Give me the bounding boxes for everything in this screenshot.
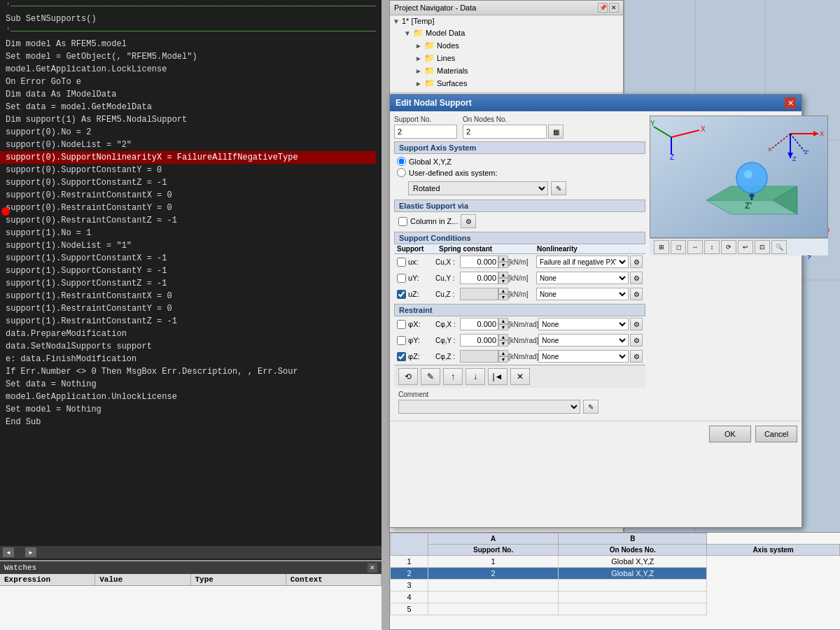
ux-spring-input[interactable] xyxy=(460,255,498,268)
code-line: support(0).SupportConstantY = 0 xyxy=(0,164,376,176)
table-row[interactable]: 4 xyxy=(391,592,840,603)
axis-rotated-dropdown[interactable]: Rotated xyxy=(408,181,548,195)
scroll-left-btn[interactable]: ◄ xyxy=(3,547,14,557)
comment-label: Comment xyxy=(398,391,641,398)
toolbar-edit-btn[interactable]: ✎ xyxy=(421,368,440,385)
watches-close-btn[interactable]: ✕ xyxy=(368,563,377,573)
comment-edit-btn[interactable]: ✎ xyxy=(583,400,598,414)
toolbar-reset-btn[interactable]: ⟲ xyxy=(398,368,418,385)
uy-checkbox[interactable] xyxy=(397,274,406,283)
ux-spinner[interactable]: ▲ ▼ xyxy=(498,255,508,268)
phix-spinner[interactable]: ▲ ▼ xyxy=(498,318,508,330)
ux-spring-label: Cu,X : xyxy=(435,258,460,266)
uz-spinner[interactable]: ▲ ▼ xyxy=(498,288,508,300)
scroll-right-btn[interactable]: ► xyxy=(25,547,36,557)
comment-section: Comment ✎ xyxy=(394,388,645,416)
code-line: support(0).No = 2 xyxy=(0,126,376,139)
vp-btn-2[interactable]: ◻ xyxy=(671,240,686,254)
uz-nonlin-btn[interactable]: ⚙ xyxy=(630,288,643,300)
viewport-toolbar: ⊞ ◻ ↔ ↕ ⟳ ↩ ⊡ 🔍 xyxy=(650,238,828,255)
support-axis-group: Global X,Y,Z User-defined axis system: xyxy=(394,154,645,180)
uz-spring-label: Cu,Z : xyxy=(435,290,460,298)
table-cell: 2 xyxy=(391,568,428,580)
phiz-spinner[interactable]: ▲ ▼ xyxy=(498,350,508,363)
phiz-spring-input[interactable] xyxy=(460,350,498,363)
on-nodes-select-btn[interactable]: ▦ xyxy=(548,125,564,139)
nav-close-btn[interactable]: ✕ xyxy=(609,3,619,13)
horizontal-scrollbar[interactable]: ◄ ► xyxy=(0,546,382,559)
code-line: Set model = GetObject(, "RFEM5.Model") xyxy=(0,50,376,63)
phiy-checkbox[interactable] xyxy=(397,336,406,345)
code-line: support(1).No = 1 xyxy=(0,227,376,239)
nav-tree-item[interactable]: ►📁Lines xyxy=(390,52,623,64)
toolbar-first-btn[interactable]: |◄ xyxy=(488,368,507,385)
vp-btn-4[interactable]: ↕ xyxy=(704,240,720,254)
vp-btn-5[interactable]: ⟳ xyxy=(721,240,736,254)
nav-tree-item[interactable]: ▼📁Model Data xyxy=(390,27,623,39)
uz-nonlinearity-dropdown[interactable]: None xyxy=(536,288,629,300)
uy-nonlinearity-dropdown[interactable]: None xyxy=(536,272,629,284)
nav-tree-item[interactable]: ►📁Materials xyxy=(390,64,623,77)
phiz-label: φZ: xyxy=(408,352,420,360)
phix-spring-input[interactable] xyxy=(460,318,498,330)
col-support-header: Support xyxy=(397,245,425,253)
svg-point-22 xyxy=(744,170,752,178)
support-no-input[interactable] xyxy=(394,125,457,139)
vp-btn-3[interactable]: ↔ xyxy=(687,240,703,254)
nav-tree-item[interactable]: ▼1* [Temp] xyxy=(390,15,623,27)
phix-row: φX: Cφ,X : ▲ ▼ [kNm/rad] None ⚙ xyxy=(394,316,645,332)
toolbar-add-btn[interactable]: ↑ xyxy=(443,368,463,385)
expand-icon: ▼ xyxy=(404,29,411,37)
phiz-row: φZ: Cφ,Z : ▲ ▼ [kNm/rad] None ⚙ xyxy=(394,349,645,365)
user-defined-radio[interactable] xyxy=(397,168,406,177)
phix-nonlin-btn[interactable]: ⚙ xyxy=(630,318,643,330)
column-in-z-checkbox[interactable] xyxy=(398,217,407,226)
code-line: Dim data As IModelData xyxy=(0,88,376,101)
vp-btn-8[interactable]: 🔍 xyxy=(771,240,787,254)
phix-nonlinearity-dropdown[interactable]: None xyxy=(538,318,629,330)
table-cell: Global X,Y,Z xyxy=(559,556,707,568)
dialog-close-btn[interactable]: ✕ xyxy=(785,97,796,108)
dialog-bottom-toolbar: ⟲ ✎ ↑ ↓ |◄ ✕ xyxy=(394,365,645,388)
vp-btn-6[interactable]: ↩ xyxy=(738,240,753,254)
uz-checkbox[interactable] xyxy=(397,290,406,299)
ux-nonlinearity-dropdown[interactable]: Failure all if negative PX' xyxy=(536,255,629,268)
phiy-spring-input[interactable] xyxy=(460,334,498,346)
table-row[interactable]: 11Global X,Y,Z xyxy=(391,556,840,568)
on-nodes-input[interactable] xyxy=(463,125,547,139)
toolbar-remove-btn[interactable]: ↓ xyxy=(465,368,485,385)
phiz-nonlinearity-dropdown[interactable]: None xyxy=(538,350,629,363)
axis-edit-btn[interactable]: ✎ xyxy=(551,181,566,195)
table-row[interactable]: 5 xyxy=(391,603,840,615)
uy-spring-input[interactable] xyxy=(460,272,498,284)
ux-nonlin-btn[interactable]: ⚙ xyxy=(630,255,643,268)
phiy-nonlin-btn[interactable]: ⚙ xyxy=(630,334,643,346)
table-row[interactable]: 22Global X,Y,Z xyxy=(391,568,840,580)
phiy-spinner[interactable]: ▲ ▼ xyxy=(498,334,508,346)
elastic-support-btn[interactable]: ⚙ xyxy=(461,214,476,228)
phiy-nonlinearity-dropdown[interactable]: None xyxy=(538,334,629,346)
cancel-button[interactable]: Cancel xyxy=(755,426,797,442)
uy-spinner[interactable]: ▲ ▼ xyxy=(498,272,508,284)
ux-checkbox[interactable] xyxy=(397,258,406,267)
svg-text:Z: Z xyxy=(670,153,674,161)
comment-dropdown[interactable] xyxy=(398,400,580,414)
tree-item-label: 1* [Temp] xyxy=(402,17,434,25)
ok-button[interactable]: OK xyxy=(709,426,751,442)
phix-checkbox[interactable] xyxy=(397,320,406,329)
column-in-z-label: Column in Z... xyxy=(410,217,458,225)
nav-tree-item[interactable]: ►📁Nodes xyxy=(390,39,623,52)
nav-tree-item[interactable]: ►📁Surfaces xyxy=(390,77,623,90)
phiz-checkbox[interactable] xyxy=(397,352,406,361)
uz-spring-input[interactable] xyxy=(460,288,498,300)
uy-nonlin-btn[interactable]: ⚙ xyxy=(630,272,643,284)
nav-pin-btn[interactable]: 📌 xyxy=(598,3,608,13)
code-line: support(0).RestraintConstantX = 0 xyxy=(0,189,376,202)
toolbar-delete-btn[interactable]: ✕ xyxy=(510,368,530,385)
vp-btn-1[interactable]: ⊞ xyxy=(654,240,669,254)
vp-btn-7[interactable]: ⊡ xyxy=(755,240,770,254)
global-xyz-radio[interactable] xyxy=(397,157,406,166)
watches-titlebar: Watches ✕ xyxy=(0,561,382,574)
table-row[interactable]: 3 xyxy=(391,580,840,592)
phiz-nonlin-btn[interactable]: ⚙ xyxy=(630,350,643,363)
